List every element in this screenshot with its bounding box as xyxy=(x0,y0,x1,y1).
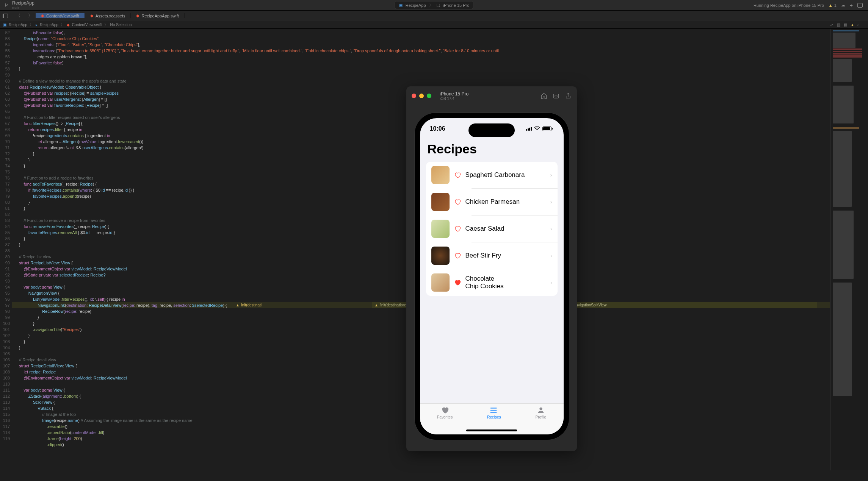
recipe-row[interactable]: Caesar Salad › xyxy=(426,216,558,242)
tab-label: ContentView.swift xyxy=(46,14,79,18)
tab-label: Recipes xyxy=(487,415,501,419)
signal-icon xyxy=(526,127,532,131)
heart-icon[interactable] xyxy=(454,198,461,205)
breadcrumb-item[interactable]: ContentView.swift xyxy=(72,23,102,27)
heart-icon[interactable] xyxy=(454,252,461,259)
recipe-name: Beef Stir Fry xyxy=(465,252,546,259)
tab-label: RecipeAppApp.swift xyxy=(141,14,179,18)
breadcrumb-item[interactable]: RecipeApp xyxy=(9,23,27,27)
svg-point-2 xyxy=(490,408,491,409)
chevron-right-icon: › xyxy=(550,226,552,232)
editor-tab[interactable]: ◆ContentView.swift xyxy=(36,13,85,18)
heart-icon[interactable] xyxy=(454,172,461,178)
warning-triangle-icon: ▲ xyxy=(829,3,833,8)
recipe-row[interactable]: Beef Stir Fry › xyxy=(426,242,558,269)
swift-icon: ◆ xyxy=(67,23,70,27)
toolbar: 〈 〉 ◆ContentView.swift◆Assets.xcassets◆R… xyxy=(0,11,868,21)
warning-triangle-icon: ▲ 'init(destinati xyxy=(236,302,262,308)
warning-triangle-icon: ▲ xyxy=(374,302,378,308)
line-gutter: 5253545556575859606162636465666768697071… xyxy=(0,29,12,470)
breadcrumb-item: No Selection xyxy=(110,23,132,27)
share-icon[interactable] xyxy=(565,92,572,99)
branch-name[interactable]: main xyxy=(12,6,34,10)
chevron-icon[interactable]: › xyxy=(857,23,862,27)
tabbar-item-profile[interactable]: Profile xyxy=(536,406,546,434)
chevron-right-icon: › xyxy=(550,280,552,286)
recipe-row[interactable]: Chocolate Chip Cookies › xyxy=(426,269,558,296)
swift-icon: ◆ xyxy=(136,13,139,18)
tab-label: Assets.xcassets xyxy=(96,14,125,18)
swift-icon: ◆ xyxy=(41,13,44,18)
recipe-thumbnail xyxy=(431,166,450,184)
warning-count: 1 xyxy=(834,3,837,8)
editor-tab[interactable]: ◆Assets.xcassets xyxy=(85,13,131,18)
layout-icon[interactable]: ▥ xyxy=(837,23,841,27)
warning-triangle-icon[interactable]: ▲ xyxy=(851,23,855,27)
nav-title: Recipes xyxy=(420,139,564,160)
project-name[interactable]: RecipeApp xyxy=(12,0,34,6)
chevron-right-icon: › xyxy=(550,199,552,205)
home-icon[interactable] xyxy=(541,92,547,99)
svg-point-1 xyxy=(555,95,557,97)
heart-icon[interactable] xyxy=(454,225,461,232)
iphone-screen[interactable]: 10:06 Recipes Spaghetti Carbonara › Chic… xyxy=(420,118,564,434)
recipe-list[interactable]: Spaghetti Carbonara › Chicken Parmesan ›… xyxy=(426,162,558,296)
screenshot-icon[interactable] xyxy=(553,92,559,99)
recipe-thumbnail xyxy=(431,273,450,292)
back-button[interactable]: 〈 xyxy=(13,11,24,21)
swift-icon: ◆ xyxy=(90,13,93,18)
dynamic-island xyxy=(468,123,515,137)
tab-label: Profile xyxy=(536,415,546,419)
recipe-name: Caesar Salad xyxy=(465,225,546,233)
tab-icon xyxy=(536,406,546,414)
traffic-lights xyxy=(412,94,431,98)
svg-rect-0 xyxy=(553,94,559,98)
chevron-right-icon: › xyxy=(550,172,552,178)
library-icon[interactable] xyxy=(857,3,863,8)
panel-icon[interactable]: ▤ xyxy=(844,23,848,27)
titlebar: RecipeApp main ▣ RecipeApp 〉 ▢ iPhone 15… xyxy=(0,0,868,11)
branch-icon xyxy=(4,3,9,8)
warning-badge[interactable]: ▲ 1 xyxy=(829,3,837,8)
expand-icon[interactable]: ⤢ xyxy=(830,23,835,27)
forward-button[interactable]: 〉 xyxy=(25,11,36,21)
simulator-device: iPhone 15 Pro xyxy=(440,91,468,97)
simulator-header[interactable]: iPhone 15 Pro iOS 17.4 xyxy=(406,86,577,105)
titlebar-left: RecipeApp main xyxy=(0,0,34,10)
tab-icon xyxy=(489,406,499,414)
recipe-row[interactable]: Spaghetti Carbonara › xyxy=(426,162,558,188)
cloud-icon[interactable]: ☁ xyxy=(841,3,845,8)
zoom-button[interactable] xyxy=(427,94,431,98)
minimap[interactable] xyxy=(830,29,868,470)
recipe-thumbnail xyxy=(431,247,450,265)
recipe-row[interactable]: Chicken Parmesan › xyxy=(426,189,558,215)
tab-icon xyxy=(440,406,450,414)
recipe-name: Spaghetti Carbonara xyxy=(465,171,546,179)
app-icon: ▣ xyxy=(3,23,6,27)
page-title: Recipes xyxy=(428,142,556,156)
breadcrumb[interactable]: ▣ RecipeApp 〉 ▸ RecipeApp 〉 ◆ ContentVie… xyxy=(0,21,868,29)
tabbar-item-favorites[interactable]: Favorites xyxy=(437,406,453,434)
scheme-name: RecipeApp xyxy=(406,3,426,8)
simulator-os: iOS 17.4 xyxy=(440,97,468,101)
editor-tab[interactable]: ◆RecipeAppApp.swift xyxy=(131,13,184,18)
close-button[interactable] xyxy=(412,94,416,98)
device-name: iPhone 15 Pro xyxy=(443,3,470,8)
simulator-window[interactable]: iPhone 15 Pro iOS 17.4 10:06 xyxy=(406,86,577,451)
chevron-right-icon: › xyxy=(550,253,552,259)
add-button[interactable]: + xyxy=(850,2,853,8)
home-indicator[interactable] xyxy=(466,429,517,431)
phone-icon: ▢ xyxy=(436,3,440,8)
battery-icon xyxy=(542,126,552,131)
titlebar-right: Running RecipeApp on iPhone 15 Pro ▲ 1 ☁… xyxy=(754,2,868,8)
wifi-icon xyxy=(534,126,540,131)
minimize-button[interactable] xyxy=(419,94,424,98)
heart-icon[interactable] xyxy=(454,279,461,286)
build-status: Running RecipeApp on iPhone 15 Pro xyxy=(754,3,824,8)
navigator-toggle-button[interactable] xyxy=(0,11,11,21)
run-destination[interactable]: ▣ RecipeApp 〉 ▢ iPhone 15 Pro xyxy=(395,1,474,9)
app-icon: ▣ xyxy=(399,3,403,8)
breadcrumb-item[interactable]: RecipeApp xyxy=(40,23,58,27)
iphone-frame: 10:06 Recipes Spaghetti Carbonara › Chic… xyxy=(415,113,569,440)
recipe-name: Chicken Parmesan xyxy=(465,198,546,206)
